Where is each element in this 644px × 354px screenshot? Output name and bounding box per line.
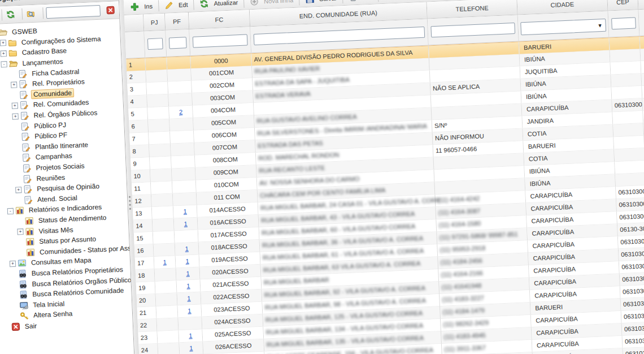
search-report-icon — [18, 279, 28, 289]
insert-button[interactable]: Ins — [126, 0, 157, 12]
phone-text: (11) 4164-1580 — [438, 220, 481, 228]
expand-icon[interactable]: + — [12, 102, 18, 109]
cell-pf: 2 — [169, 106, 193, 119]
toolbar-separator — [377, 0, 378, 2]
column-header-next[interactable] — [638, 0, 644, 10]
expand-icon[interactable]: + — [12, 113, 18, 119]
column-header-n[interactable] — [124, 14, 144, 32]
button-label: Del — [363, 0, 372, 1]
cell-n: 15 — [134, 232, 154, 245]
save-button[interactable]: Salvar — [301, 0, 341, 5]
cell-n: 9 — [130, 157, 150, 170]
pf-link[interactable]: 1 — [189, 344, 193, 351]
cell-pf: 1 — [177, 280, 201, 293]
pf-link[interactable]: 1 — [185, 245, 189, 252]
column-header-fc[interactable]: FC — [189, 10, 250, 29]
pf-link[interactable]: 1 — [186, 282, 190, 289]
clear-search-button[interactable] — [105, 3, 120, 17]
edit-button[interactable]: Edt — [160, 0, 192, 11]
fc-filter-input[interactable] — [193, 34, 248, 48]
cell-pj — [147, 107, 169, 120]
cell-n: 11 — [132, 182, 151, 195]
expand-icon[interactable]: + — [11, 81, 17, 88]
tree-indent — [15, 179, 23, 180]
folder-icon — [8, 49, 18, 58]
cell-n: 13 — [133, 207, 153, 220]
phone-text: (11) 4164-2166 — [441, 270, 483, 278]
cell-pj — [155, 268, 177, 282]
cell-pj — [150, 157, 172, 170]
cell-n: 23 — [138, 331, 158, 344]
cell-cep — [611, 86, 642, 100]
cell-next — [641, 72, 644, 86]
cell-cep: 06310300 — [616, 185, 644, 199]
cell-pf: 1 — [178, 304, 202, 318]
pf-link[interactable]: 1 — [186, 270, 190, 277]
pf-link[interactable]: 1 — [185, 257, 189, 264]
pj-filter-input[interactable] — [147, 38, 163, 50]
tel-filter-input[interactable] — [430, 23, 515, 37]
filter-cell-fc — [189, 27, 251, 56]
cell-pf: 1 — [173, 205, 198, 219]
pj-link[interactable]: 1 — [163, 258, 167, 265]
tree-item-label: GSWEB — [10, 27, 39, 36]
search-folder-icon — [27, 9, 37, 19]
address-text: ESTRADA VERAVA — [255, 90, 311, 100]
form-icon — [23, 185, 33, 195]
cell-cep — [612, 111, 643, 124]
cell-cep — [613, 136, 644, 149]
refresh-tree-button[interactable] — [5, 7, 20, 21]
delete-button[interactable]: Del — [345, 0, 376, 3]
cep-filter-input[interactable] — [611, 17, 636, 29]
tree-indent — [3, 327, 11, 327]
phone-text: (11) 41641948 — [441, 282, 481, 291]
tree-item-label: Reuniões — [34, 173, 67, 182]
user-button[interactable] — [380, 0, 402, 2]
red-x-icon — [11, 322, 21, 331]
pf-link[interactable]: 1 — [187, 295, 191, 301]
expand-icon[interactable]: + — [17, 228, 23, 235]
phone-text: (11) 4184-1479 — [442, 307, 485, 316]
tree-indent — [10, 74, 18, 75]
phone-text: 11 96057-0466 — [436, 145, 477, 154]
phone-text: (11) 4164-3087 — [438, 208, 481, 216]
button-label: Ins — [144, 3, 153, 10]
refresh-button[interactable]: Atualizar — [195, 0, 242, 10]
cell-pj — [151, 182, 173, 195]
pf-link[interactable]: 1 — [184, 220, 188, 227]
button-label: Edt — [179, 1, 188, 8]
cell-next — [640, 35, 644, 49]
collapse-icon[interactable]: - — [1, 61, 7, 67]
expand-icon[interactable]: + — [10, 261, 16, 267]
column-header-pj[interactable]: PJ — [143, 14, 166, 32]
pf-filter-input[interactable] — [169, 37, 187, 49]
navigation-panel: Navegação GSWEB+Configurações do Sistema… — [0, 0, 137, 354]
column-header-pf[interactable]: PF — [165, 12, 189, 31]
tree-item-label: Projetos Sociais — [34, 162, 86, 172]
form-icon — [24, 195, 34, 205]
cell-n: 6 — [129, 120, 149, 133]
search-tree-button[interactable] — [25, 6, 40, 20]
cell-pf: 1 — [176, 267, 201, 281]
cell-pj — [146, 70, 168, 83]
edit-icon — [164, 1, 175, 10]
pf-link[interactable]: 2 — [179, 109, 183, 115]
pf-link[interactable]: 1 — [189, 332, 193, 339]
expand-icon[interactable]: + — [0, 40, 6, 46]
expand-icon[interactable]: + — [15, 187, 21, 193]
pf-link[interactable]: 1 — [183, 208, 187, 214]
cell-n: 1 — [126, 58, 146, 71]
collapse-icon[interactable]: - — [7, 208, 14, 214]
city-filter-select[interactable]: ▼ — [520, 19, 606, 36]
tree-search-input[interactable] — [46, 5, 101, 19]
expand-icon[interactable]: + — [1, 50, 7, 57]
addr-filter-input[interactable] — [254, 27, 425, 45]
pf-link[interactable]: 1 — [188, 307, 192, 314]
cell-n: 12 — [132, 195, 152, 208]
cell-pf — [168, 93, 193, 107]
cell-pj — [149, 144, 171, 158]
add-row-icon — [250, 0, 260, 6]
cell-pj — [155, 280, 177, 294]
cell-pj — [152, 206, 174, 219]
filter-cell-n — [125, 31, 145, 58]
